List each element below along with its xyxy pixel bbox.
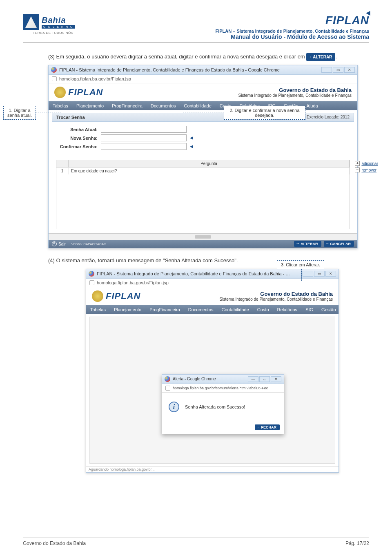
grid-col-pergunta: Pergunta xyxy=(69,160,350,167)
p3-text: (3) Em seguida, o usuário deverá digitar… xyxy=(48,54,306,60)
sair-label: Sair xyxy=(58,242,66,246)
fiplan-text: FIPLAN xyxy=(325,14,369,27)
bahia-gov: G O V E R N O xyxy=(42,25,75,29)
gov-line1: Governo do Estado da Bahia xyxy=(238,87,352,93)
menu-ajuda[interactable]: Ajuda xyxy=(340,306,360,313)
screenshot-1-wrapper: 1. Digitar a senha atual. 2. Digitar e c… xyxy=(48,65,369,248)
alert-popup: Alerta - Google Chrome — ▭ ✕ homologa.fi… xyxy=(162,374,284,434)
panel-header: Trocar Senha 67164242534 - 16:53:35 22/0… xyxy=(52,113,354,122)
minimize-button[interactable]: — xyxy=(321,67,332,73)
minus-icon[interactable]: − xyxy=(355,167,360,172)
window-title-text-2: FIPLAN - Sistema Integrado de Planejamen… xyxy=(97,271,293,276)
app-menubar-2: Tabelas Planejamento ProgFinanceira Docu… xyxy=(86,305,339,314)
app-header-2: FIPLAN Governo do Estado da Bahia Sistem… xyxy=(86,287,339,305)
app-fiplan-logo: FIPLAN xyxy=(68,87,103,98)
page-icon xyxy=(89,280,94,285)
address-bar-2: homologa.fiplan.ba.gov.br/Fiplan.jsp xyxy=(86,279,339,287)
label-nova-senha: Nova Senha: xyxy=(56,136,101,141)
page-icon xyxy=(52,76,57,81)
window-titlebar: FIPLAN - Sistema Integrado de Planejamen… xyxy=(49,65,357,75)
app-footer: Sair Versão: CAPACITACAO ALTERAR CANCELA… xyxy=(49,240,357,248)
maximize-button[interactable]: ▭ xyxy=(314,271,325,277)
popup-titlebar: Alerta - Google Chrome — ▭ ✕ xyxy=(162,375,284,384)
plus-icon[interactable]: + xyxy=(355,161,360,166)
callout-1-leader xyxy=(36,112,61,112)
gov-line1: Governo do Estado da Bahia xyxy=(220,291,333,297)
window-titlebar-2: FIPLAN - Sistema Integrado de Planejamen… xyxy=(86,269,339,279)
maximize-button[interactable]: ▭ xyxy=(333,67,343,73)
input-senha-atual[interactable] xyxy=(101,126,187,133)
remover-link[interactable]: remover xyxy=(361,168,376,172)
app-menubar: Tabelas Planejamento ProgFinanceira Docu… xyxy=(49,101,357,110)
header-sub2: Manual do Usuário - Módulo de Acesso ao … xyxy=(215,33,369,40)
grid-col-num xyxy=(56,160,69,167)
menu-planejamento[interactable]: Planejamento xyxy=(110,306,145,313)
callout-3-leader xyxy=(301,269,302,281)
minimize-button[interactable]: — xyxy=(248,376,258,382)
menu-sig[interactable]: SIG xyxy=(301,306,317,313)
state-seal-icon xyxy=(92,290,103,302)
fechar-button[interactable]: FECHAR xyxy=(255,424,280,430)
address-text: homologa.fiplan.ba.gov.br/Fiplan.jsp xyxy=(59,76,131,81)
grid-row-num: 1 xyxy=(56,167,69,174)
bahia-flag-icon xyxy=(23,14,39,30)
app-header: FIPLAN Governo do Estado da Bahia Sistem… xyxy=(49,83,357,101)
gov-line2: Sistema Integrado de Planejamento, Conta… xyxy=(220,297,333,301)
footer-left: Governo do Estado da Bahia xyxy=(23,540,86,546)
callout-2-leader xyxy=(183,112,224,112)
chrome-icon xyxy=(165,376,170,382)
bahia-logo: Bahia G O V E R N O TERRA DE TODOS NÓS xyxy=(23,14,83,37)
label-confirmar-senha: Confirmar Senha: xyxy=(56,144,101,149)
paragraph-3: (3) Em seguida, o usuário deverá digitar… xyxy=(48,53,369,61)
chrome-icon xyxy=(51,67,57,73)
arrow-icon xyxy=(190,145,193,148)
screenshot-1: FIPLAN - Sistema Integrado de Planejamen… xyxy=(48,65,358,248)
minimize-button[interactable]: — xyxy=(303,271,313,277)
popup-address-bar: homologa.fiplan.ba.gov.br/comum/Alerta.h… xyxy=(162,384,284,393)
menu-progfinanceira[interactable]: ProgFinanceira xyxy=(145,306,184,313)
menu-progfinanceira[interactable]: ProgFinanceira xyxy=(108,103,147,109)
screenshot-2: FIPLAN - Sistema Integrado de Planejamen… xyxy=(86,269,339,473)
popup-address-text: homologa.fiplan.ba.gov.br/comum/Alerta.h… xyxy=(173,386,268,390)
input-confirmar-senha[interactable] xyxy=(101,143,187,150)
menu-contabilidade[interactable]: Contabilidade xyxy=(180,103,216,109)
popup-title-text: Alerta - Google Chrome xyxy=(173,377,216,381)
info-icon xyxy=(169,402,179,412)
close-button[interactable]: ✕ xyxy=(344,67,355,73)
menu-tabelas[interactable]: Tabelas xyxy=(49,103,72,109)
form-area: Senha Atual: Nova Senha: Confirmar Senha… xyxy=(49,122,357,156)
window-title-text: FIPLAN - Sistema Integrado de Planejamen… xyxy=(59,67,280,72)
cancelar-button[interactable]: CANCELAR xyxy=(324,241,354,247)
p3-period: . xyxy=(335,54,337,60)
input-nova-senha[interactable] xyxy=(101,134,187,141)
menu-documentos[interactable]: Documentos xyxy=(184,306,218,313)
sair-icon xyxy=(52,241,57,246)
screenshot-2-wrapper: FIPLAN - Sistema Integrado de Planejamen… xyxy=(86,269,369,473)
menu-documentos[interactable]: Documentos xyxy=(147,103,180,109)
grid-row-text: Em que cidade eu nasci? xyxy=(69,167,350,174)
menu-contabilidade[interactable]: Contabilidade xyxy=(218,306,253,313)
close-button[interactable]: ✕ xyxy=(325,271,336,277)
address-bar: homologa.fiplan.ba.gov.br/Fiplan.jsp xyxy=(49,75,357,83)
menu-gestao[interactable]: Gestão xyxy=(317,306,340,313)
close-button[interactable]: ✕ xyxy=(271,376,281,382)
menu-custo[interactable]: Custo xyxy=(253,306,273,313)
alterar-button[interactable]: ALTERAR xyxy=(294,241,321,247)
state-seal-icon xyxy=(54,87,66,98)
bahia-name: Bahia xyxy=(42,16,75,25)
adicionar-link[interactable]: adicionar xyxy=(361,161,378,166)
sair-button[interactable]: Sair Versão: CAPACITACAO xyxy=(52,241,106,246)
pergunta-grid: Pergunta 1 Em que cidade eu nasci? +adic… xyxy=(56,160,350,229)
maximize-button[interactable]: ▭ xyxy=(259,376,270,382)
callout-3: 3. Clicar em Alterar. xyxy=(277,260,324,269)
label-senha-atual: Senha Atual: xyxy=(56,127,101,132)
footer-right: Pág. 17/22 xyxy=(345,540,369,546)
menu-relatorios[interactable]: Relatórios xyxy=(273,306,302,313)
callout-1: 1. Digitar a senha atual. xyxy=(3,106,36,120)
chrome-icon xyxy=(89,271,94,277)
menu-planejamento[interactable]: Planejamento xyxy=(72,103,108,109)
address-text-2: homologa.fiplan.ba.gov.br/Fiplan.jsp xyxy=(97,280,169,285)
scrollbar[interactable] xyxy=(49,233,357,240)
menu-tabelas[interactable]: Tabelas xyxy=(86,306,110,313)
page-icon xyxy=(165,386,170,391)
